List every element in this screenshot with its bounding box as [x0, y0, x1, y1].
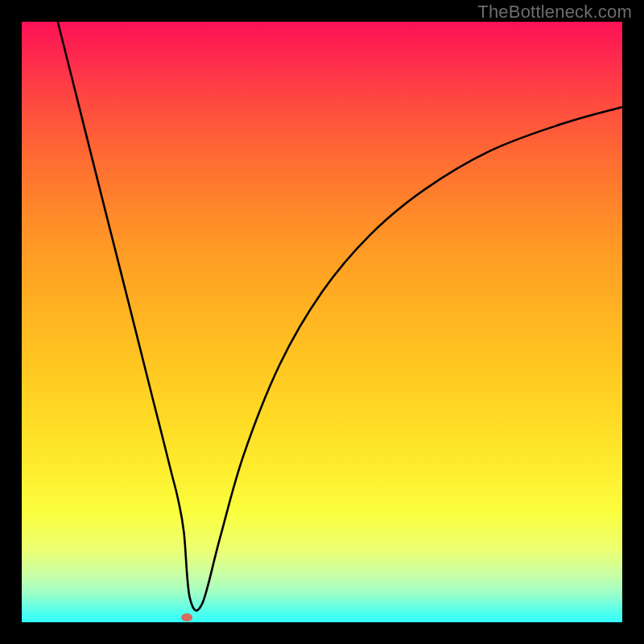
chart-frame: TheBottleneck.com: [0, 0, 644, 644]
attribution-text: TheBottleneck.com: [477, 2, 632, 23]
bottleneck-curve: [58, 22, 622, 610]
plot-svg: [22, 22, 622, 622]
plot-area: [22, 22, 622, 622]
optimal-point-marker: [181, 613, 192, 621]
